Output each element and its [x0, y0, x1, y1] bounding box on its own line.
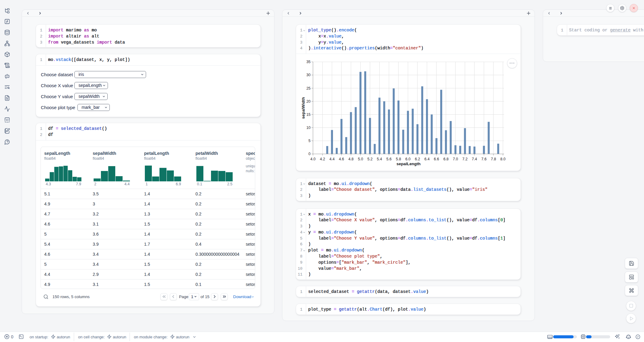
svg-text:30: 30	[306, 73, 311, 77]
svg-text:7.6: 7.6	[481, 157, 487, 161]
svg-text:10: 10	[306, 126, 311, 130]
svg-text:5.4: 5.4	[377, 157, 382, 161]
svg-text:7.8: 7.8	[491, 157, 496, 161]
svg-text:5.6: 5.6	[386, 157, 392, 161]
svg-text:35: 35	[306, 60, 311, 64]
svg-text:6.8: 6.8	[443, 157, 449, 161]
svg-text:4.8: 4.8	[348, 157, 353, 161]
svg-text:4.6: 4.6	[339, 157, 344, 161]
svg-text:5.8: 5.8	[396, 157, 401, 161]
svg-text:6.4: 6.4	[424, 157, 430, 161]
svg-text:6.6: 6.6	[434, 157, 439, 161]
svg-text:8.0: 8.0	[500, 157, 506, 161]
svg-text:4.4: 4.4	[329, 157, 335, 161]
svg-text:15: 15	[306, 112, 311, 117]
svg-text:5: 5	[309, 139, 311, 143]
svg-text:7.0: 7.0	[453, 157, 458, 161]
svg-text:6.0: 6.0	[405, 157, 410, 161]
svg-text:0: 0	[309, 152, 311, 156]
svg-text:4.0: 4.0	[310, 157, 316, 161]
svg-text:7.2: 7.2	[462, 157, 467, 161]
svg-text:5.2: 5.2	[367, 157, 373, 161]
svg-text:4.2: 4.2	[320, 157, 325, 161]
svg-text:5.0: 5.0	[358, 157, 363, 161]
svg-text:6.2: 6.2	[415, 157, 420, 161]
svg-text:20: 20	[306, 99, 311, 104]
svg-text:sepalWidth: sepalWidth	[301, 97, 306, 119]
svg-text:25: 25	[306, 86, 311, 91]
svg-text:sepalLength: sepalLength	[396, 162, 420, 166]
svg-text:7.4: 7.4	[472, 157, 477, 161]
